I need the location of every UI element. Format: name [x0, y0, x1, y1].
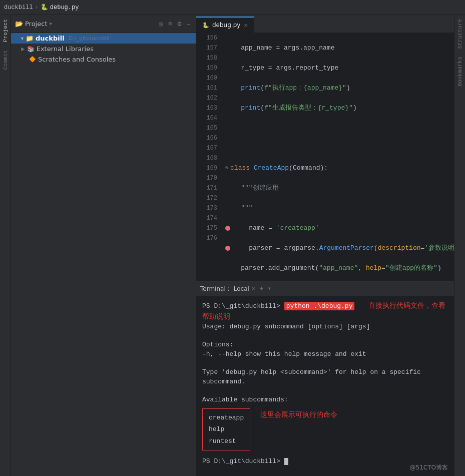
project-name: duckbill	[4, 4, 33, 11]
file-icon: 🐍	[202, 22, 209, 29]
scope-icon[interactable]: ◎	[158, 19, 164, 29]
right-tab-bookmarks[interactable]: Bookmarks	[455, 53, 464, 90]
output-line-5	[202, 359, 448, 367]
file-name: debug.py	[50, 4, 79, 11]
line-num-168: 168	[200, 153, 217, 163]
right-tab-structure[interactable]: Structure	[455, 15, 464, 53]
tab-close-icon[interactable]: ×	[243, 22, 248, 29]
line-num-164: 164	[200, 113, 217, 123]
line-num-175: 175	[200, 223, 217, 233]
line-num-163: 163	[200, 103, 217, 113]
sidebar-tab-project[interactable]: Project	[1, 15, 10, 46]
code-line-160	[225, 123, 454, 133]
code-editor[interactable]: 156 157 158 159 160 161 162 163 164 165 …	[196, 33, 454, 281]
editor-tabs-bar: 🐍 debug.py ×	[196, 15, 454, 33]
tree-item-duckbill[interactable]: ▾ 📁 duckbill D:\_git\duckbill	[11, 33, 196, 44]
line-num-174: 174	[200, 213, 217, 223]
command-highlight: python .\debug.py	[284, 302, 355, 310]
folder-icon: 📁	[26, 35, 34, 42]
line-num-170: 170	[200, 173, 217, 183]
terminal-label: Terminal	[200, 285, 226, 292]
subcmd-help: help	[209, 423, 244, 435]
terminal-container: Terminal : Local × + ▾ PS D:\_git\duckbi…	[196, 281, 454, 476]
cursor	[284, 458, 288, 465]
title-bar: duckbill › 🐍 debug.py	[0, 0, 465, 15]
line-num-158: 158	[200, 53, 217, 63]
code-line-157: r_type = args.report_type	[225, 63, 454, 73]
minimize-icon[interactable]: –	[186, 19, 192, 29]
line-num-156: 156	[200, 33, 217, 43]
final-prompt: PS D:\_git\duckbill>	[202, 457, 284, 465]
output-line-4: -h, --help show this help message and ex…	[202, 349, 448, 359]
code-line-158: print(f"执行app：{app_name}")	[225, 83, 454, 93]
terminal-tabs-bar: Terminal : Local × + ▾	[196, 281, 454, 296]
code-line-162: ⊖class CreateApp(Command):	[225, 163, 454, 173]
output-line-1: Usage: debug.py subcommand [options] [ar…	[202, 322, 448, 332]
settings-icon[interactable]: ⚙	[176, 19, 182, 29]
tree-item-external-libraries[interactable]: ▶ 📚 External Libraries	[11, 44, 196, 54]
code-line-166: parser = argparse.ArgumentParser(descrip…	[225, 243, 454, 253]
editor-tab-debug-py[interactable]: 🐍 debug.py ×	[196, 17, 254, 33]
local-tab-label: Local	[234, 285, 249, 292]
subcmd-createapp: createapp	[209, 412, 244, 423]
local-tab-close-icon[interactable]: ×	[251, 286, 255, 291]
code-line-159: print(f"生成报告类型：{r_type}")	[225, 103, 454, 113]
output-line-7	[202, 387, 448, 395]
subcommands-box: createapp help runtest	[202, 408, 250, 450]
code-line-165: name = 'createapp'	[225, 223, 454, 233]
line-num-167: 167	[200, 143, 217, 153]
terminal-tab-label: Terminal :	[200, 285, 230, 292]
editor-area: 🐍 debug.py × 156 157 158 159 160 161 162…	[196, 15, 454, 476]
output-line-2	[202, 332, 448, 340]
colon-separator: :	[228, 285, 230, 292]
prompt-prefix: PS D:\_git\duckbill>	[202, 302, 284, 310]
terminal-content[interactable]: PS D:\_git\duckbill> python .\debug.py 直…	[196, 296, 454, 476]
folder-icon: 📂	[15, 20, 23, 28]
breadcrumb-separator: ›	[35, 4, 39, 11]
terminal-dropdown-icon[interactable]: ▾	[268, 285, 271, 292]
left-vertical-tabs: Project Commit	[0, 15, 11, 476]
chevron-down-icon[interactable]: ▾	[49, 21, 52, 27]
chevron-right-icon: ▶	[21, 46, 25, 52]
breadcrumb: duckbill › 🐍 debug.py	[4, 4, 79, 11]
project-panel: 📂 Project ▾ ◎ ≡ ⚙ – ▾ 📁 duckbill D:\_git…	[11, 15, 196, 476]
tree-item-label: Scratches and Consoles	[38, 56, 116, 63]
output-line-3: Options:	[202, 340, 448, 350]
line-num-162: 162	[200, 93, 217, 103]
code-line-161	[225, 143, 454, 153]
line-num-171: 171	[200, 183, 217, 193]
tree-item-label: duckbill	[36, 35, 65, 42]
subcmd-runtest: runtest	[209, 435, 244, 447]
output-line-6: Type 'debug.py help <subcommand>' for he…	[202, 367, 448, 387]
library-icon: 📚	[27, 46, 35, 53]
line-num-159: 159	[200, 63, 217, 73]
line-num-176: 176	[200, 233, 217, 243]
code-body[interactable]: app_name = args.app_name r_type = args.r…	[221, 33, 454, 281]
main-container: Project Commit 📂 Project ▾ ◎ ≡ ⚙ – ▾ 📁 d…	[0, 15, 465, 476]
line-num-165: 165	[200, 123, 217, 133]
code-line-164: """	[225, 203, 454, 213]
equalize-icon[interactable]: ≡	[167, 19, 173, 29]
panel-title-text: Project	[25, 20, 47, 28]
tab-label: debug.py	[212, 22, 240, 29]
add-terminal-button[interactable]: +	[259, 285, 263, 293]
line-numbers: 156 157 158 159 160 161 162 163 164 165 …	[196, 33, 221, 281]
code-line-167: parser.add_argument("app_name", help="创建…	[225, 263, 454, 273]
line-num-160: 160	[200, 73, 217, 83]
watermark: @51CTO博客	[410, 463, 448, 472]
output-line-8: Available subcommands:	[202, 395, 448, 405]
subcommands-row: createapp help runtest 这里会展示可执行的命令	[202, 406, 448, 450]
sidebar-tab-commit[interactable]: Commit	[1, 46, 10, 74]
tree-item-scratches[interactable]: 🔶 Scratches and Consoles	[11, 54, 196, 65]
panel-actions: ◎ ≡ ⚙ –	[158, 19, 192, 29]
scratches-icon: 🔶	[29, 56, 36, 63]
line-num-166: 166	[200, 133, 217, 143]
line-num-169: 169	[200, 163, 217, 173]
line-num-157: 157	[200, 43, 217, 53]
code-line-163: """创建应用	[225, 183, 454, 193]
terminal-prompt-line: PS D:\_git\duckbill> python .\debug.py 直…	[202, 300, 448, 322]
panel-title: 📂 Project ▾	[15, 20, 52, 28]
local-tab[interactable]: Local ×	[234, 285, 256, 292]
panel-header: 📂 Project ▾ ◎ ≡ ⚙ –	[11, 15, 196, 33]
tree-item-label: External Libraries	[37, 45, 94, 53]
